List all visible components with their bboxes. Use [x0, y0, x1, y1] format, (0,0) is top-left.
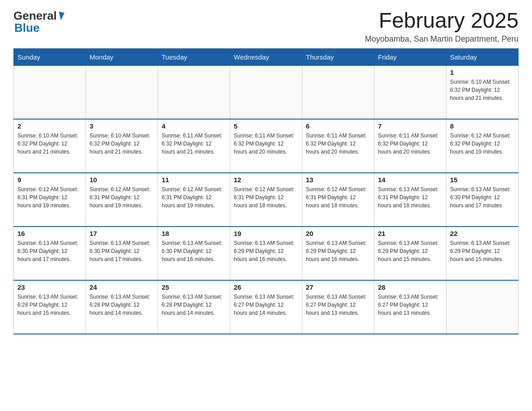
calendar-cell: 4Sunrise: 6:11 AM Sunset: 6:32 PM Daylig… [158, 119, 230, 173]
day-number: 28 [378, 283, 442, 291]
day-number: 20 [306, 230, 370, 237]
calendar-cell: 15Sunrise: 6:13 AM Sunset: 6:30 PM Dayli… [446, 173, 519, 227]
day-info: Sunrise: 6:13 AM Sunset: 6:28 PM Dayligh… [162, 293, 226, 317]
logo-arrow-icon [57, 11, 64, 21]
calendar-title: February 2025 [365, 9, 519, 33]
day-number: 13 [306, 176, 370, 184]
calendar-cell [374, 65, 446, 119]
day-info: Sunrise: 6:13 AM Sunset: 6:29 PM Dayligh… [306, 239, 370, 263]
calendar-cell: 10Sunrise: 6:12 AM Sunset: 6:31 PM Dayli… [86, 173, 158, 227]
week-row-3: 9Sunrise: 6:12 AM Sunset: 6:31 PM Daylig… [14, 173, 519, 227]
calendar-cell: 7Sunrise: 6:11 AM Sunset: 6:32 PM Daylig… [374, 119, 446, 173]
calendar-cell: 9Sunrise: 6:12 AM Sunset: 6:31 PM Daylig… [14, 173, 86, 227]
day-number: 5 [234, 122, 298, 130]
calendar-cell: 26Sunrise: 6:13 AM Sunset: 6:27 PM Dayli… [230, 280, 302, 334]
calendar-cell: 22Sunrise: 6:13 AM Sunset: 6:29 PM Dayli… [446, 227, 519, 280]
calendar-cell: 27Sunrise: 6:13 AM Sunset: 6:27 PM Dayli… [302, 280, 374, 334]
page-header: General Blue February 2025 Moyobamba, Sa… [13, 9, 519, 44]
calendar-cell: 2Sunrise: 6:10 AM Sunset: 6:32 PM Daylig… [14, 119, 86, 173]
day-info: Sunrise: 6:13 AM Sunset: 6:30 PM Dayligh… [17, 239, 82, 263]
calendar-cell: 8Sunrise: 6:12 AM Sunset: 6:32 PM Daylig… [446, 119, 519, 173]
day-info: Sunrise: 6:13 AM Sunset: 6:28 PM Dayligh… [17, 293, 82, 317]
day-info: Sunrise: 6:12 AM Sunset: 6:31 PM Dayligh… [162, 185, 226, 210]
week-row-2: 2Sunrise: 6:10 AM Sunset: 6:32 PM Daylig… [14, 119, 519, 173]
calendar-cell [230, 65, 302, 119]
day-of-week-monday: Monday [86, 48, 158, 65]
calendar-cell [86, 65, 158, 119]
day-info: Sunrise: 6:13 AM Sunset: 6:29 PM Dayligh… [378, 239, 442, 263]
day-of-week-tuesday: Tuesday [158, 48, 230, 65]
calendar-cell: 18Sunrise: 6:13 AM Sunset: 6:30 PM Dayli… [158, 227, 230, 280]
week-row-4: 16Sunrise: 6:13 AM Sunset: 6:30 PM Dayli… [14, 227, 519, 280]
day-info: Sunrise: 6:11 AM Sunset: 6:32 PM Dayligh… [234, 132, 298, 156]
calendar-body: 1Sunrise: 6:10 AM Sunset: 6:32 PM Daylig… [14, 65, 519, 334]
logo-blue-text: Blue [13, 21, 39, 35]
day-of-week-saturday: Saturday [446, 48, 519, 65]
day-number: 14 [378, 176, 442, 184]
day-number: 6 [306, 122, 370, 130]
calendar-cell [158, 65, 230, 119]
day-info: Sunrise: 6:13 AM Sunset: 6:27 PM Dayligh… [306, 293, 370, 317]
day-number: 7 [378, 122, 442, 130]
day-info: Sunrise: 6:12 AM Sunset: 6:32 PM Dayligh… [450, 132, 515, 156]
day-number: 18 [162, 230, 226, 237]
day-info: Sunrise: 6:13 AM Sunset: 6:29 PM Dayligh… [450, 239, 515, 263]
day-of-week-sunday: Sunday [14, 48, 86, 65]
day-number: 15 [450, 176, 515, 184]
calendar-cell: 5Sunrise: 6:11 AM Sunset: 6:32 PM Daylig… [230, 119, 302, 173]
day-info: Sunrise: 6:13 AM Sunset: 6:27 PM Dayligh… [378, 293, 442, 317]
day-info: Sunrise: 6:13 AM Sunset: 6:31 PM Dayligh… [378, 185, 442, 210]
calendar-cell: 12Sunrise: 6:12 AM Sunset: 6:31 PM Dayli… [230, 173, 302, 227]
day-number: 19 [234, 230, 298, 237]
calendar-cell [302, 65, 374, 119]
day-number: 10 [90, 176, 154, 184]
day-number: 2 [17, 122, 82, 130]
day-info: Sunrise: 6:12 AM Sunset: 6:31 PM Dayligh… [17, 185, 82, 210]
week-row-1: 1Sunrise: 6:10 AM Sunset: 6:32 PM Daylig… [14, 65, 519, 119]
day-number: 22 [450, 230, 515, 237]
calendar-cell: 1Sunrise: 6:10 AM Sunset: 6:32 PM Daylig… [446, 65, 519, 119]
calendar-cell [14, 65, 86, 119]
calendar-table: SundayMondayTuesdayWednesdayThursdayFrid… [13, 48, 519, 335]
day-number: 26 [234, 283, 298, 291]
day-number: 8 [450, 122, 515, 130]
calendar-header: SundayMondayTuesdayWednesdayThursdayFrid… [14, 48, 519, 65]
day-number: 3 [90, 122, 154, 130]
calendar-cell: 24Sunrise: 6:13 AM Sunset: 6:28 PM Dayli… [86, 280, 158, 334]
calendar-cell: 6Sunrise: 6:11 AM Sunset: 6:32 PM Daylig… [302, 119, 374, 173]
calendar-cell: 13Sunrise: 6:12 AM Sunset: 6:31 PM Dayli… [302, 173, 374, 227]
day-of-week-thursday: Thursday [302, 48, 374, 65]
calendar-cell: 21Sunrise: 6:13 AM Sunset: 6:29 PM Dayli… [374, 227, 446, 280]
logo: General Blue [13, 9, 64, 35]
day-info: Sunrise: 6:13 AM Sunset: 6:30 PM Dayligh… [90, 239, 154, 263]
calendar-cell [446, 280, 519, 334]
day-info: Sunrise: 6:10 AM Sunset: 6:32 PM Dayligh… [90, 132, 154, 156]
day-number: 4 [162, 122, 226, 130]
day-info: Sunrise: 6:11 AM Sunset: 6:32 PM Dayligh… [306, 132, 370, 156]
day-number: 27 [306, 283, 370, 291]
day-of-week-friday: Friday [374, 48, 446, 65]
calendar-cell: 23Sunrise: 6:13 AM Sunset: 6:28 PM Dayli… [14, 280, 86, 334]
week-row-5: 23Sunrise: 6:13 AM Sunset: 6:28 PM Dayli… [14, 280, 519, 334]
day-info: Sunrise: 6:13 AM Sunset: 6:29 PM Dayligh… [234, 239, 298, 263]
calendar-cell: 20Sunrise: 6:13 AM Sunset: 6:29 PM Dayli… [302, 227, 374, 280]
day-info: Sunrise: 6:13 AM Sunset: 6:27 PM Dayligh… [234, 293, 298, 317]
day-of-week-wednesday: Wednesday [230, 48, 302, 65]
calendar-cell: 25Sunrise: 6:13 AM Sunset: 6:28 PM Dayli… [158, 280, 230, 334]
day-number: 21 [378, 230, 442, 237]
day-info: Sunrise: 6:12 AM Sunset: 6:31 PM Dayligh… [234, 185, 298, 210]
day-info: Sunrise: 6:10 AM Sunset: 6:32 PM Dayligh… [17, 132, 82, 156]
day-info: Sunrise: 6:13 AM Sunset: 6:30 PM Dayligh… [450, 185, 515, 210]
day-number: 9 [17, 176, 82, 184]
day-info: Sunrise: 6:10 AM Sunset: 6:32 PM Dayligh… [450, 78, 515, 102]
day-info: Sunrise: 6:13 AM Sunset: 6:30 PM Dayligh… [162, 239, 226, 263]
calendar-cell: 19Sunrise: 6:13 AM Sunset: 6:29 PM Dayli… [230, 227, 302, 280]
day-number: 16 [17, 230, 82, 237]
title-block: February 2025 Moyobamba, San Martin Depa… [365, 9, 519, 44]
day-number: 11 [162, 176, 226, 184]
day-info: Sunrise: 6:12 AM Sunset: 6:31 PM Dayligh… [90, 185, 154, 210]
day-number: 12 [234, 176, 298, 184]
day-number: 25 [162, 283, 226, 291]
day-number: 17 [90, 230, 154, 237]
calendar-cell: 16Sunrise: 6:13 AM Sunset: 6:30 PM Dayli… [14, 227, 86, 280]
